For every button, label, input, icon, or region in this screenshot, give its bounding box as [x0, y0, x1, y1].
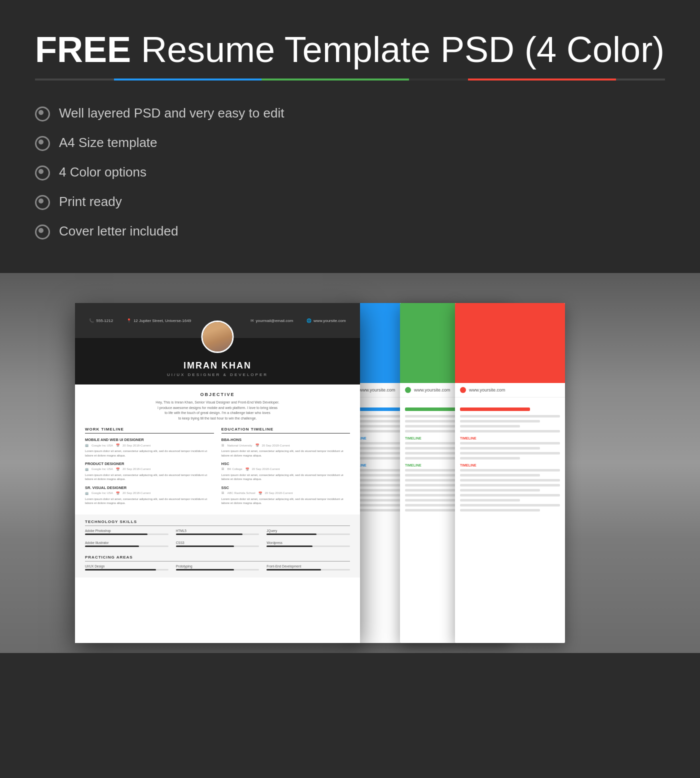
work-section-title: WORK TIMELINE [85, 427, 214, 434]
resume-name: IMRAN KHAN [75, 360, 360, 371]
cal-icon-3: 📅 [116, 492, 120, 495]
card-header-red [455, 303, 565, 383]
phone-icon: 📞 [89, 318, 94, 323]
main-resume: 📞 555-1212 📍 12 Jupiter Street, Universe… [75, 303, 360, 643]
email-icon: ✉ [250, 318, 254, 323]
company-icon-2: 🏢 [85, 468, 88, 471]
features-list: Well layered PSD and very easy to edit A… [35, 106, 665, 239]
practicing-title: PRACTICING AREAS [85, 555, 350, 562]
bullet-icon-1 [35, 106, 49, 120]
skill-html5: HTML5 [176, 529, 260, 535]
page-title: FREE Resume Template PSD (4 Color) [35, 30, 665, 70]
title-free: FREE [35, 30, 131, 70]
color-bar-dark2 [409, 78, 468, 80]
resume-two-column: WORK TIMELINE MOBILE AND WEB UI DESIGNER… [85, 427, 350, 509]
website-dot-green [405, 387, 411, 393]
edu-3-meta: 🏛 ABC Rashida School 📅 20 Sep 2018-Curre… [222, 492, 350, 495]
inst-icon-3: 🏛 [222, 492, 224, 494]
edu-cal-3: 📅 [258, 492, 262, 495]
edu-1-meta: 🏛 National University 📅 20 Sep 2018-Curr… [222, 444, 350, 447]
practicing-grid: UI/UX Design Prototyping Front-End Devel… [85, 564, 350, 572]
color-bar-dark1 [35, 78, 114, 80]
cal-icon-2: 📅 [116, 468, 120, 471]
bullet-icon-4 [35, 195, 49, 209]
job-1-title: MOBILE AND WEB UI DESIGNER [85, 438, 214, 442]
edu-1-desc: Lorem ipsum dolor sit amet, consectetur … [222, 449, 350, 458]
website-icon: 🌐 [306, 318, 312, 323]
skill-css3: CSS3 [176, 541, 260, 547]
color-bar-blue [114, 78, 262, 80]
education-timeline-col: EDUCATION TIMELINE BBA-HONS 🏛 National U… [222, 427, 350, 509]
resume-contact-email: ✉ yourmail@email.com [250, 318, 294, 323]
resume-contact-phone: 📞 555-1212 [89, 318, 113, 323]
meline-label-red: TIMELINE [460, 464, 560, 467]
feature-item-1: Well layered PSD and very easy to edit [35, 106, 665, 121]
practicing-uxui: UI/UX Design [85, 564, 168, 570]
edu-3-title: SSC [222, 486, 350, 490]
cal-icon-1: 📅 [116, 444, 120, 447]
inst-icon-1: 🏛 [222, 444, 224, 447]
feature-item-2: A4 Size template [35, 135, 665, 150]
skills-title: TECHNOLOGY SKILLS [85, 520, 350, 526]
color-bar [35, 78, 665, 80]
feature-item-5: Cover letter included [35, 224, 665, 239]
skills-grid: Adobe Photoshop HTML5 JQuery Adobe Illus… [85, 529, 350, 549]
resume-contact-website: 🌐 www.yoursite.com [306, 318, 346, 323]
edu-2-desc: Lorem ipsum dolor sit amet, consectetur … [222, 473, 350, 482]
avatar-face [203, 322, 232, 352]
job-3-meta: 🏢 Google Inc USA 📅 20 Sep 2018-Current [85, 492, 214, 495]
job-2-title: PRODUCT DESIGNER [85, 462, 214, 466]
location-icon: 📍 [126, 318, 132, 323]
section-title-red-1 [460, 408, 530, 411]
color-bar-dark3 [616, 78, 665, 80]
objective-title: OBJECTIVE [85, 392, 350, 397]
edu-cal-1: 📅 [256, 444, 259, 447]
card-website-bar-red: www.yoursite.com [455, 383, 565, 398]
title-rest: Resume Template PSD (4 Color) [131, 30, 664, 70]
resume-variant-red: www.yoursite.com TIMELINE TIMELINE [455, 303, 565, 643]
edu-2-meta: 🏛 BK College 📅 20 Sep 2018-Current [222, 468, 350, 471]
edu-section-title: EDUCATION TIMELINE [222, 427, 350, 434]
resume-job-title: UI/UX DESIGNER & DEVELOPER [75, 372, 360, 377]
work-timeline-col: WORK TIMELINE MOBILE AND WEB UI DESIGNER… [85, 427, 214, 509]
preview-section: www.yoursite.com TIMELINE TIMELINE [0, 273, 700, 653]
practicing-prototyping: Prototyping [176, 564, 260, 570]
feature-item-3: 4 Color options [35, 164, 665, 180]
bullet-icon-3 [35, 166, 49, 180]
skill-photoshop: Adobe Photoshop [85, 529, 168, 535]
practicing-frontend: Front-End Development [266, 564, 350, 570]
inst-icon-2: 🏛 [222, 468, 224, 470]
color-bar-green [262, 78, 409, 80]
header-section: FREE Resume Template PSD (4 Color) Well … [0, 0, 700, 273]
skill-illustrator: Adobe Illustrator [85, 541, 168, 547]
edu-3-desc: Lorem ipsum dolor sit amet, consectetur … [222, 497, 350, 506]
company-icon-1: 🏢 [85, 444, 88, 447]
edu-1-title: BBA-HONS [222, 438, 350, 442]
company-icon-3: 🏢 [85, 492, 88, 495]
resume-body: OBJECTIVE Hey, This is Imran Khan, Senio… [75, 384, 360, 514]
card-body-red: TIMELINE TIMELINE [455, 398, 565, 519]
resume-stack: www.yoursite.com TIMELINE TIMELINE [75, 303, 625, 653]
job-3-title: SR. VISUAL DESIGNER [85, 486, 214, 490]
edu-cal-2: 📅 [246, 468, 249, 471]
bullet-icon-2 [35, 136, 49, 150]
job-2-desc: Lorem ipsum dolor sit amet, consectetur … [85, 473, 214, 482]
skill-jquery: JQuery [266, 529, 350, 535]
job-1-meta: 🏢 Google Inc USA 📅 20 Sep 2018-Current [85, 444, 214, 447]
timeline-label-red: TIMELINE [460, 436, 560, 440]
skills-section: TECHNOLOGY SKILLS Adobe Photoshop HTML5 … [75, 514, 360, 578]
edu-2-title: HSC [222, 462, 350, 466]
skill-wordpress: Wordpress [266, 541, 350, 547]
resume-contact-address: 📍 12 Jupiter Street, Universe-1649 [126, 318, 191, 323]
job-3-desc: Lorem ipsum dolor sit amet, consectetur … [85, 497, 214, 506]
resume-avatar [202, 320, 234, 353]
job-2-meta: 🏢 Google Inc USA 📅 20 Sep 2018-Current [85, 468, 214, 471]
bullet-icon-5 [35, 224, 49, 238]
feature-item-4: Print ready [35, 194, 665, 210]
color-bar-red [468, 78, 616, 80]
website-dot-red [460, 387, 466, 393]
job-1-desc: Lorem ipsum dolor sit amet, consectetur … [85, 449, 214, 458]
objective-text: Hey, This is Imran Khan, Senior Visual D… [85, 400, 350, 421]
